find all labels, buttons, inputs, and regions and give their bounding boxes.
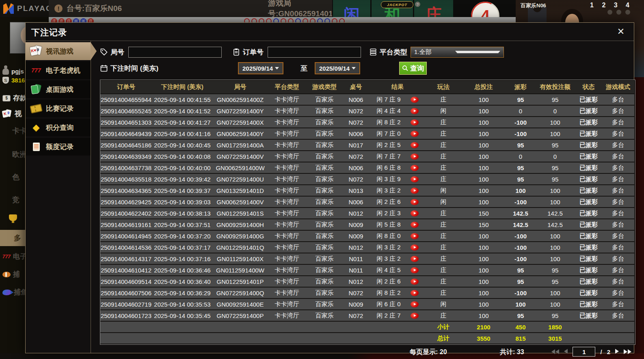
result-text: 闲 8 庄 2 bbox=[376, 289, 400, 297]
cell-game-type: 百家乐 bbox=[306, 253, 343, 264]
cell-result: 闲 6 庄 8 bbox=[369, 162, 426, 173]
replay-play-icon[interactable] bbox=[411, 233, 419, 239]
replay-play-icon[interactable] bbox=[411, 176, 419, 182]
total-row: 总计 3550 815 3015 bbox=[100, 333, 634, 344]
cell-round: GN0132591401D bbox=[213, 185, 268, 196]
page-number-box[interactable]: 1 bbox=[573, 347, 595, 357]
cell-order: 250914004602719 bbox=[100, 299, 152, 309]
cell-status: 已派彩 bbox=[575, 310, 602, 321]
sidebar-item-se[interactable]: 色 bbox=[12, 172, 19, 182]
deposit-button[interactable]: $ 存款 bbox=[2, 93, 27, 103]
date-to-picker[interactable]: 2025/09/14 bbox=[315, 62, 360, 74]
jackpot-help-icon[interactable]: ? bbox=[415, 2, 420, 7]
replay-play-icon[interactable] bbox=[411, 97, 419, 103]
balance-row: S 3816 bbox=[2, 77, 25, 84]
cell-platform: 卡卡湾厅 bbox=[268, 208, 306, 218]
sidebar-item-slots[interactable]: 777 电子 bbox=[2, 252, 27, 261]
result-text: 闲 4 庄 4 bbox=[376, 107, 400, 115]
sidebar-item-jing[interactable]: 竞 bbox=[12, 195, 19, 205]
replay-play-icon[interactable] bbox=[411, 154, 419, 160]
sidebar-item-fishing-1[interactable]: 捕 bbox=[2, 270, 20, 279]
cell-table: N072 bbox=[343, 174, 369, 184]
cell-status: 已派彩 bbox=[575, 208, 602, 218]
replay-play-icon[interactable] bbox=[411, 290, 419, 296]
result-text: 闲 8 庄 2 bbox=[376, 119, 400, 126]
replay-play-icon[interactable] bbox=[411, 188, 419, 194]
cell-game-type: 百家乐 bbox=[306, 276, 343, 287]
replay-play-icon[interactable] bbox=[411, 119, 419, 125]
menu-item-slots[interactable]: 777 电子老虎机 bbox=[26, 61, 91, 79]
column-header: 平台类型 bbox=[268, 81, 306, 93]
bet-zone-player[interactable]: 闲 bbox=[333, 0, 370, 17]
cell-round: GN0722591400Y bbox=[213, 106, 268, 116]
cell-platform: 卡卡湾厅 bbox=[268, 106, 306, 116]
date-from-picker[interactable]: 2025/09/14 bbox=[238, 62, 283, 74]
cell-result: 闲 3 庄 2 bbox=[369, 242, 426, 253]
platform-type-select[interactable]: 1.全部 bbox=[411, 47, 504, 58]
sidebar-item-rewards[interactable] bbox=[9, 214, 17, 221]
menu-item-table-games[interactable]: 桌面游戏 bbox=[26, 80, 91, 98]
replay-play-icon[interactable] bbox=[411, 313, 419, 319]
prev-page-button[interactable] bbox=[564, 348, 568, 355]
cell-order: 250914004601723 bbox=[100, 310, 152, 321]
per-page-label: 每页显示: 20 bbox=[410, 348, 447, 357]
table-row: 250914004651303 2025-09-14 00:41:27 GN07… bbox=[100, 117, 634, 128]
column-header: 订单号 bbox=[100, 81, 152, 93]
menu-item-match-records[interactable]: 比赛记录 bbox=[26, 99, 91, 117]
table-row: 250914004637738 2025-09-14 00:40:00 GN00… bbox=[100, 162, 634, 173]
camera-numbers[interactable]: 1 2 3 4 bbox=[590, 2, 633, 9]
replay-play-icon[interactable] bbox=[411, 199, 419, 205]
sidebar-item-europe[interactable]: 欧洲 bbox=[12, 149, 27, 159]
menu-item-video-games[interactable]: 9K♥ 视讯游戏 bbox=[26, 42, 91, 60]
replay-play-icon[interactable] bbox=[411, 165, 419, 171]
cell-status: 已派彩 bbox=[575, 197, 602, 207]
close-icon[interactable]: ✕ bbox=[615, 26, 627, 37]
menu-item-quota-records[interactable]: 额度记录 bbox=[26, 138, 91, 156]
first-page-button[interactable] bbox=[551, 349, 559, 354]
cell-game-mode: 多台 bbox=[602, 288, 634, 298]
cell-game-mode: 多台 bbox=[602, 94, 634, 105]
cell-valid-bet: 100 bbox=[535, 288, 575, 298]
cell-order: 250914004635518 bbox=[100, 174, 152, 184]
sidebar-item-video[interactable]: 9K 视 bbox=[2, 109, 22, 119]
cell-status: 已派彩 bbox=[575, 106, 602, 116]
cell-time: 2025-09-14 00:36:29 bbox=[152, 288, 213, 298]
cell-game-type: 百家乐 bbox=[306, 140, 343, 150]
replay-play-icon[interactable] bbox=[411, 131, 419, 137]
cell-table: N006 bbox=[343, 128, 369, 139]
table-row: 250914004629425 2025-09-14 00:39:03 GN00… bbox=[100, 197, 634, 207]
diamond-icon: ◆ bbox=[30, 122, 43, 133]
search-button[interactable]: 查询 bbox=[399, 62, 427, 75]
sidebar-video-label: 视 bbox=[15, 109, 22, 119]
cell-result: 闲 2 庄 6 bbox=[369, 276, 426, 287]
table-number-label: 台号:百家乐N06 bbox=[67, 3, 122, 14]
next-page-button[interactable] bbox=[615, 348, 619, 355]
cell-platform: 卡卡湾厅 bbox=[268, 151, 306, 162]
last-page-button[interactable] bbox=[624, 349, 631, 354]
replay-play-icon[interactable] bbox=[411, 210, 419, 216]
replay-play-icon[interactable] bbox=[411, 267, 419, 273]
cell-platform: 卡卡湾厅 bbox=[268, 117, 306, 128]
menu-item-points-query[interactable]: ◆ 积分查询 bbox=[26, 119, 91, 136]
round-number-input[interactable] bbox=[128, 47, 222, 58]
replay-play-icon[interactable] bbox=[411, 222, 419, 228]
replay-play-icon[interactable] bbox=[411, 279, 419, 285]
replay-play-icon[interactable] bbox=[411, 256, 419, 262]
cell-table: N009 bbox=[343, 231, 369, 241]
order-number-input[interactable] bbox=[268, 47, 361, 58]
replay-play-icon[interactable] bbox=[411, 142, 419, 148]
cell-time: 2025-09-14 00:37:51 bbox=[152, 219, 213, 230]
cell-total-bet: 100 bbox=[461, 242, 506, 253]
bet-zone-banker[interactable]: 庄 bbox=[414, 0, 453, 17]
cell-game-mode: 多台 bbox=[602, 128, 634, 139]
cell-time: 2025-09-14 00:41:27 bbox=[152, 117, 213, 128]
replay-play-icon[interactable] bbox=[411, 301, 419, 307]
replay-play-icon[interactable] bbox=[411, 244, 419, 251]
cell-result: 闲 3 庄 2 bbox=[369, 185, 426, 196]
sidebar-item-fishing-2[interactable]: 捕鱼 bbox=[2, 288, 28, 297]
cell-round: GN0172591400A bbox=[213, 140, 268, 150]
notice-icon: ! bbox=[54, 4, 63, 13]
cell-total-bet: 100 bbox=[461, 106, 506, 116]
replay-play-icon[interactable] bbox=[411, 108, 419, 114]
sidebar-item-kaka[interactable]: 卡卡 bbox=[12, 126, 27, 136]
